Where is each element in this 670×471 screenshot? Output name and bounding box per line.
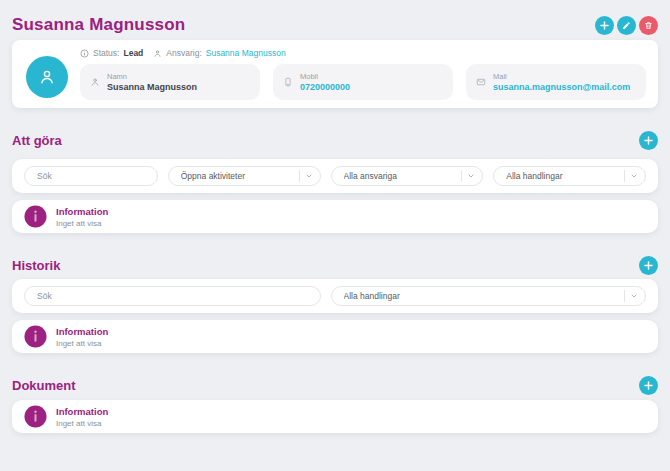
section-head-todo: Att göra: [12, 132, 658, 148]
contact-fields: Namn Susanna Magnusson Mobil 0720000000: [80, 64, 646, 100]
empty-state-message: Inget att visa: [56, 339, 108, 348]
contact-body: Status: Lead Ansvarig: Susanna Magnusson…: [80, 46, 646, 98]
field-label: Mail: [493, 72, 630, 81]
information-icon: [24, 405, 47, 428]
documents-empty-card: Information Inget att visa: [12, 400, 658, 433]
dropdown-value: Alla handlingar: [344, 291, 625, 301]
history-search: [24, 286, 321, 306]
history-filter-bar: Alla handlingar: [12, 279, 658, 313]
header-actions: [595, 16, 658, 35]
chevron-down-icon: [305, 172, 313, 180]
plus-icon: [644, 381, 653, 390]
todo-filter-actions[interactable]: Alla handlingar: [493, 166, 646, 186]
section-title-att-gora: Att göra: [12, 133, 62, 148]
history-empty-card: Information Inget att visa: [12, 320, 658, 353]
trash-icon: [644, 21, 653, 30]
person-icon: [90, 77, 100, 87]
section-head-history: Historik: [12, 257, 658, 273]
dropdown-value: Alla handlingar: [506, 171, 624, 181]
history-filter-actions[interactable]: Alla handlingar: [331, 286, 647, 306]
avatar: [26, 56, 68, 98]
status-value: Lead: [123, 48, 143, 58]
field-mail: Mail susanna.magnusson@mail.com: [466, 64, 646, 100]
divider: [624, 170, 625, 182]
chevron-down-icon: [630, 292, 638, 300]
todo-search-input[interactable]: [25, 171, 157, 181]
todo-filter-activities[interactable]: Öppna aktiviteter: [168, 166, 321, 186]
divider: [461, 170, 462, 182]
status-label: Status:: [93, 48, 119, 58]
add-todo-button[interactable]: [639, 131, 658, 150]
empty-state-title: Information: [56, 406, 108, 417]
field-label: Mobil: [300, 72, 350, 81]
todo-filter-bar: Öppna aktiviteter Alla ansvariga Alla ha…: [12, 159, 658, 193]
field-namn: Namn Susanna Magnusson: [80, 64, 260, 100]
empty-state-message: Inget att visa: [56, 419, 108, 428]
header: Susanna Magnusson: [12, 0, 658, 40]
divider: [299, 170, 300, 182]
field-mobil: Mobil 0720000000: [273, 64, 453, 100]
dropdown-value: Öppna aktiviteter: [181, 171, 299, 181]
divider: [624, 290, 625, 302]
email-link[interactable]: susanna.magnusson@mail.com: [493, 82, 630, 92]
page: Susanna Magnusson: [0, 0, 670, 471]
field-label: Namn: [107, 72, 197, 81]
phone-link[interactable]: 0720000000: [300, 82, 350, 92]
plus-icon: [600, 21, 609, 30]
owner-link[interactable]: Susanna Magnusson: [206, 48, 286, 58]
add-document-button[interactable]: [639, 376, 658, 395]
field-value: Susanna Magnusson: [107, 82, 197, 92]
chevron-down-icon: [467, 172, 475, 180]
pencil-icon: [622, 21, 631, 30]
add-history-button[interactable]: [639, 256, 658, 275]
dropdown-value: Alla ansvariga: [344, 171, 462, 181]
todo-filter-owners[interactable]: Alla ansvariga: [331, 166, 484, 186]
info-icon: [80, 49, 89, 58]
plus-icon: [644, 261, 653, 270]
section-title-historik: Historik: [12, 258, 60, 273]
empty-state-title: Information: [56, 206, 108, 217]
phone-icon: [283, 77, 293, 87]
history-search-input[interactable]: [25, 291, 320, 301]
add-button[interactable]: [595, 16, 614, 35]
edit-button[interactable]: [617, 16, 636, 35]
information-icon: [24, 325, 47, 348]
person-icon: [153, 49, 162, 58]
section-head-documents: Dokument: [12, 377, 658, 393]
chevron-down-icon: [630, 172, 638, 180]
mail-icon: [476, 77, 486, 87]
person-icon: [37, 67, 57, 87]
todo-empty-card: Information Inget att visa: [12, 200, 658, 233]
page-title: Susanna Magnusson: [12, 15, 185, 35]
section-title-dokument: Dokument: [12, 378, 76, 393]
plus-icon: [644, 136, 653, 145]
contact-card: Status: Lead Ansvarig: Susanna Magnusson…: [12, 40, 658, 108]
empty-state-title: Information: [56, 326, 108, 337]
owner-label: Ansvarig:: [166, 48, 201, 58]
information-icon: [24, 205, 47, 228]
delete-button[interactable]: [639, 16, 658, 35]
todo-search: [24, 166, 158, 186]
empty-state-message: Inget att visa: [56, 219, 108, 228]
status-row: Status: Lead Ansvarig: Susanna Magnusson: [80, 48, 646, 58]
